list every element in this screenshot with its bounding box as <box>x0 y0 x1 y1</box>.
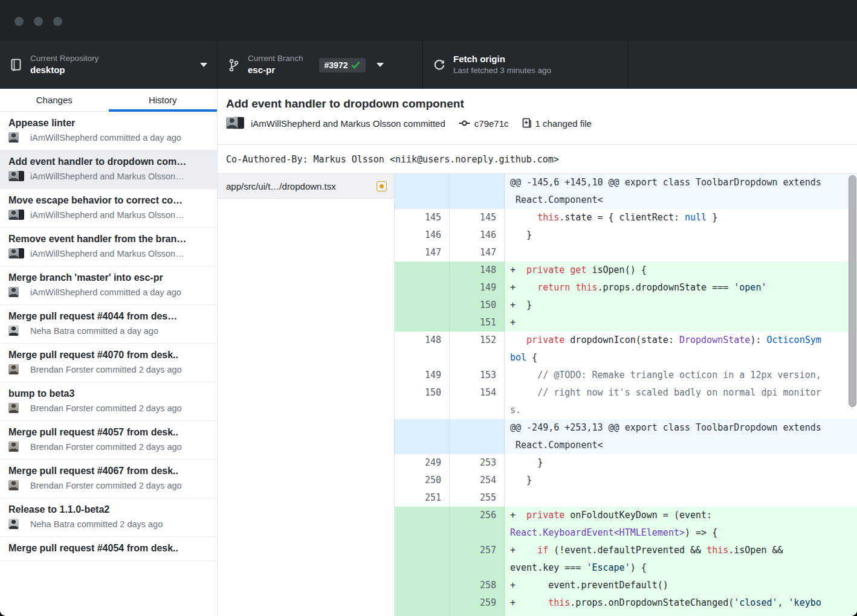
diff-body: @@ -145,6 +145,10 @@ export class Toolba… <box>395 174 857 616</box>
commit-list-item[interactable]: Merge pull request #4054 from desk.. <box>0 537 217 561</box>
new-line-number: 258 <box>450 577 505 594</box>
old-line-number <box>395 314 450 332</box>
changed-file-icon <box>522 118 531 129</box>
old-line-number <box>395 419 450 454</box>
commit-item-meta: Neha Batra committed 2 days ago <box>8 519 209 530</box>
close-window-button[interactable] <box>15 17 24 26</box>
new-line-number: 148 <box>450 261 505 279</box>
code-line: } <box>505 472 857 489</box>
diff-row: 249253 } <box>395 454 857 472</box>
commit-sha[interactable]: c79e71c <box>474 118 509 129</box>
commit-item-meta: iAmWillShepherd and Markus Olsson… <box>8 171 209 182</box>
code-line: + } <box>505 297 857 314</box>
commit-list-item[interactable]: Merge pull request #4070 from desk.. Bre… <box>0 344 217 382</box>
repository-icon <box>10 59 23 72</box>
diff-scrollbar-thumb[interactable] <box>849 175 856 407</box>
new-line-number: 150 <box>450 297 505 314</box>
commit-list-item[interactable]: Remove event handler from the bran… iAmW… <box>0 228 217 266</box>
commit-item-meta: iAmWillShepherd and Markus Olsson… <box>8 248 209 259</box>
commit-detail-header: Add event handler to dropdown component … <box>218 89 857 145</box>
old-line-number <box>395 297 450 314</box>
commit-list-item[interactable]: Merge pull request #4067 from desk.. Bre… <box>0 460 217 498</box>
code-line: + if (!event.defaultPrevented && this.is… <box>505 542 857 577</box>
changed-file-count: 1 changed file <box>535 118 592 129</box>
commit-item-meta: iAmWillShepherd committed a day ago <box>8 287 209 298</box>
author-avatar <box>8 403 25 414</box>
code-line: + private onFoldoutKeyDown = (event: Rea… <box>505 507 857 542</box>
commit-list-item[interactable]: Merge pull request #4057 from desk.. Bre… <box>0 421 217 460</box>
diff-row: 258+ event.preventDefault() <box>395 577 857 594</box>
diff-row: 145145 this.state = { clientRect: null } <box>395 209 857 226</box>
current-branch-button[interactable]: Current Branch esc-pr #3972 <box>218 41 423 89</box>
commit-list-item[interactable]: Merge branch 'master' into esc-pr iAmWil… <box>0 266 217 305</box>
author-avatar <box>8 364 25 375</box>
old-line-number: 249 <box>395 454 450 472</box>
old-line-number: 148 <box>395 332 450 367</box>
old-line-number <box>395 174 450 209</box>
commit-item-title: bump to beta3 <box>8 388 209 399</box>
commit-list-item[interactable]: Add event handler to dropdown com… iAmWi… <box>0 150 217 189</box>
code-line: this.state = { clientRect: null } <box>505 209 857 226</box>
commit-list-item[interactable]: bump to beta3 Brendan Forster committed … <box>0 382 217 421</box>
branch-dropdown-caret-icon <box>377 63 384 67</box>
author-avatar <box>8 210 25 220</box>
code-line: + event.preventDefault() <box>505 577 857 594</box>
current-repository-value: desktop <box>30 65 99 76</box>
author-avatar <box>8 132 25 143</box>
commit-item-title: Merge pull request #4054 from desk.. <box>8 543 209 554</box>
code-line: @@ -249,6 +253,13 @@ export class Toolba… <box>505 419 857 454</box>
fetch-origin-button[interactable]: Fetch origin Last fetched 3 minutes ago <box>423 41 629 89</box>
commit-list-item[interactable]: Appease linter iAmWillShepherd committed… <box>0 112 217 150</box>
fetch-origin-label: Fetch origin <box>453 54 551 65</box>
diff-row: 147147 <box>395 244 857 261</box>
new-line-number: 145 <box>450 209 505 226</box>
new-line-number: 255 <box>450 489 505 507</box>
old-line-number: 251 <box>395 489 450 507</box>
old-line-number <box>395 577 450 594</box>
diff-row: 149+ return this.props.dropdownState ===… <box>395 279 857 297</box>
current-repository-button[interactable]: Current Repository desktop <box>0 41 218 89</box>
file-path: app/src/ui/t…/dropdown.tsx <box>226 181 377 191</box>
old-line-number <box>395 261 450 279</box>
diff-row: 259+ this.props.onDropdownStateChanged('… <box>395 594 857 616</box>
diff-row: 150+ } <box>395 297 857 314</box>
git-commit-icon <box>459 119 470 127</box>
history-sidebar: Changes History Appease linter iAmWillSh… <box>0 89 218 616</box>
sidebar-tabbar: Changes History <box>0 89 217 112</box>
commit-list: Appease linter iAmWillShepherd committed… <box>0 112 217 616</box>
app-window: Current Repository desktop Current Branc… <box>0 0 857 616</box>
new-line-number: 153 <box>450 367 505 384</box>
commit-list-item[interactable]: Move escape behavior to correct co… iAmW… <box>0 189 217 228</box>
code-line: + private get isOpen() { <box>505 261 857 279</box>
code-line <box>505 244 857 261</box>
commit-detail-panel: Add event handler to dropdown component … <box>218 89 857 616</box>
repository-dropdown-caret-icon <box>200 63 207 67</box>
code-line <box>505 489 857 507</box>
new-line-number: 149 <box>450 279 505 297</box>
commit-list-item[interactable]: Release to 1.1.0-beta2 Neha Batra commit… <box>0 498 217 537</box>
commit-item-title: Move escape behavior to correct co… <box>8 195 209 206</box>
new-line-number: 256 <box>450 507 505 542</box>
code-line: } <box>505 226 857 244</box>
zoom-window-button[interactable] <box>53 17 62 26</box>
minimize-window-button[interactable] <box>34 17 43 26</box>
new-line-number: 147 <box>450 244 505 261</box>
commit-list-item[interactable]: Merge pull request #4044 from des… Neha … <box>0 305 217 344</box>
old-line-number <box>395 594 450 616</box>
new-line-number <box>450 419 505 454</box>
old-line-number: 147 <box>395 244 450 261</box>
commit-item-title: Merge branch 'master' into esc-pr <box>8 272 209 283</box>
new-line-number: 154 <box>450 384 505 419</box>
tab-changes[interactable]: Changes <box>0 89 109 111</box>
file-row[interactable]: app/src/ui/t…/dropdown.tsx <box>218 174 394 199</box>
diff-row: 250254 } <box>395 472 857 489</box>
pull-request-badge[interactable]: #3972 <box>319 58 366 72</box>
sync-icon <box>433 59 446 72</box>
commit-item-title: Merge pull request #4070 from desk.. <box>8 350 209 361</box>
check-icon <box>351 61 360 69</box>
diff-row: 149153 // @TODO: Remake triangle octicon… <box>395 367 857 384</box>
diff-row: @@ -145,6 +145,10 @@ export class Toolba… <box>395 174 857 209</box>
tab-history[interactable]: History <box>109 89 218 111</box>
pull-request-number: #3972 <box>325 60 348 70</box>
author-avatar <box>8 171 25 182</box>
